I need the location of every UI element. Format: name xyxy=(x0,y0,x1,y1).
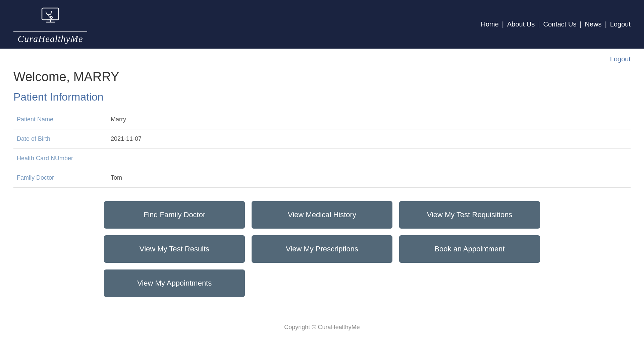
site-footer: Copyright © CuraHealthyMe xyxy=(0,310,644,344)
patient-info-row: Date of Birth2021-11-07 xyxy=(13,129,631,149)
main-content: Welcome, MARRY Patient Information Patie… xyxy=(0,63,644,310)
view-medical-history-button[interactable]: View Medical History xyxy=(252,201,392,229)
svg-point-4 xyxy=(51,11,52,12)
logo-icon xyxy=(39,5,62,29)
logo-divider xyxy=(13,31,87,32)
patient-info-label: Health Card NUmber xyxy=(13,149,107,168)
buttons-row-1: Find Family Doctor View Medical History … xyxy=(104,201,540,229)
patient-info-value: Marry xyxy=(107,110,631,129)
svg-point-5 xyxy=(50,16,52,18)
find-family-doctor-button[interactable]: Find Family Doctor xyxy=(104,201,245,229)
view-test-requisitions-button[interactable]: View My Test Requisitions xyxy=(399,201,540,229)
nav-logout[interactable]: Logout xyxy=(610,20,631,28)
patient-info-value: Tom xyxy=(107,168,631,188)
nav-about-us[interactable]: About Us xyxy=(507,20,535,28)
nav-sep-3: | xyxy=(580,20,581,28)
nav-sep-1: | xyxy=(502,20,504,28)
section-title: Patient Information xyxy=(13,91,631,103)
nav-home[interactable]: Home xyxy=(481,20,498,28)
buttons-row-2: View My Test Results View My Prescriptio… xyxy=(104,235,540,263)
patient-info-row: Family DoctorTom xyxy=(13,168,631,188)
patient-info-label: Date of Birth xyxy=(13,129,107,149)
nav-news[interactable]: News xyxy=(585,20,602,28)
patient-info-label: Family Doctor xyxy=(13,168,107,188)
sub-logout-link[interactable]: Logout xyxy=(610,55,631,63)
patient-info-row: Patient NameMarry xyxy=(13,110,631,129)
logo-area: CuraHealthyMe xyxy=(13,5,87,44)
logo-text: CuraHealthyMe xyxy=(18,34,83,44)
patient-info-row: Health Card NUmber xyxy=(13,149,631,168)
nav-contact-us[interactable]: Contact Us xyxy=(543,20,576,28)
book-appointment-button[interactable]: Book an Appointment xyxy=(399,235,540,263)
nav-sep-4: | xyxy=(605,20,607,28)
buttons-row-3: View My Appointments xyxy=(104,269,540,297)
main-nav: Home | About Us | Contact Us | News | Lo… xyxy=(481,20,631,28)
patient-info-value: 2021-11-07 xyxy=(107,129,631,149)
view-prescriptions-button[interactable]: View My Prescriptions xyxy=(252,235,392,263)
copyright-text: Copyright © CuraHealthyMe xyxy=(284,324,360,330)
nav-sep-2: | xyxy=(538,20,540,28)
patient-info-table: Patient NameMarryDate of Birth2021-11-07… xyxy=(13,110,631,188)
patient-info-value xyxy=(107,149,631,168)
patient-info-label: Patient Name xyxy=(13,110,107,129)
view-appointments-button[interactable]: View My Appointments xyxy=(104,269,245,297)
view-test-results-button[interactable]: View My Test Results xyxy=(104,235,245,263)
site-header: CuraHealthyMe Home | About Us | Contact … xyxy=(0,0,644,49)
sub-header: Logout xyxy=(0,49,644,63)
welcome-heading: Welcome, MARRY xyxy=(13,70,631,84)
